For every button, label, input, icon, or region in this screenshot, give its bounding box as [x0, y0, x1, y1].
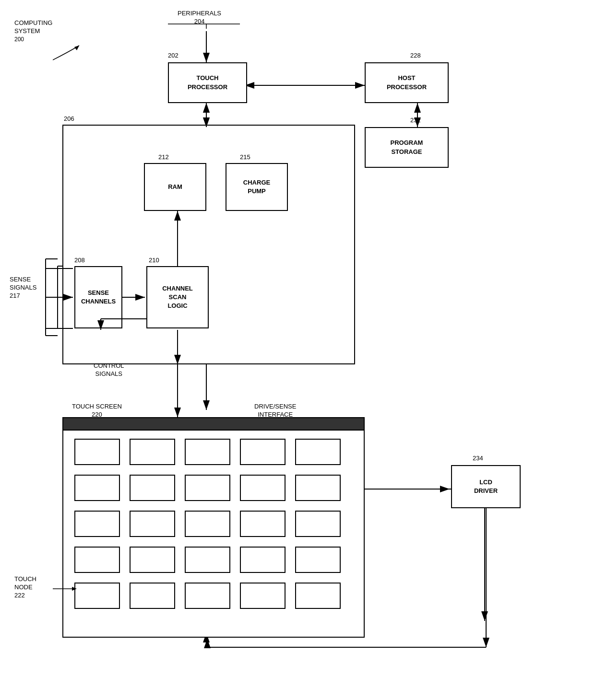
grid-cell-r4c4: [240, 547, 286, 573]
grid-cell-r3c5: [295, 511, 341, 537]
grid-cell-r3c3: [185, 511, 230, 537]
control-signals-label: CONTROL SIGNALS: [94, 362, 124, 378]
grid-cell-r3c4: [240, 511, 286, 537]
grid-cell-r2c4: [240, 475, 286, 501]
program-storage-box: PROGRAM STORAGE: [365, 127, 449, 168]
peripherals-label: PERIPHERALS 204: [178, 10, 221, 26]
program-storage-num: 232: [410, 117, 421, 125]
grid-cell-r1c2: [130, 439, 175, 465]
host-processor-box: HOST PROCESSOR: [365, 62, 449, 103]
lcd-driver-box: LCD DRIVER: [451, 465, 521, 508]
diagram: COMPUTING SYSTEM 200 PERIPHERALS 204 TOU…: [0, 0, 595, 700]
svg-marker-25: [72, 587, 77, 591]
charge-pump-num: 215: [240, 153, 250, 162]
grid-cell-r1c3: [185, 439, 230, 465]
grid-cell-r5c1: [74, 583, 120, 609]
ram-box: RAM: [144, 163, 206, 211]
touch-screen-top-bar: [62, 417, 365, 431]
grid-cell-r1c5: [295, 439, 341, 465]
sense-signals-label: SENSE SIGNALS 217: [10, 276, 36, 300]
grid-cell-r5c4: [240, 583, 286, 609]
computing-system-arrow: [53, 43, 82, 62]
grid-cell-r2c1: [74, 475, 120, 501]
grid-cell-r3c1: [74, 511, 120, 537]
touch-node-label: TOUCH NODE 222: [14, 575, 36, 600]
outer-box: [62, 125, 355, 364]
grid-cell-r2c3: [185, 475, 230, 501]
svg-marker-23: [74, 46, 79, 50]
touch-processor-box: TOUCH PROCESSOR: [168, 62, 247, 103]
grid-cell-r2c5: [295, 475, 341, 501]
channel-scan-logic-num: 210: [149, 257, 159, 265]
grid-cell-r2c2: [130, 475, 175, 501]
grid-cell-r1c4: [240, 439, 286, 465]
grid-cell-r5c5: [295, 583, 341, 609]
grid-cell-r1c1: [74, 439, 120, 465]
touch-screen-label: TOUCH SCREEN 220: [72, 403, 122, 419]
touch-processor-num: 202: [168, 52, 178, 60]
charge-pump-box: CHARGE PUMP: [226, 163, 288, 211]
ram-num: 212: [158, 153, 169, 162]
host-processor-num: 228: [410, 52, 421, 60]
sense-channels-num: 208: [74, 257, 85, 265]
lcd-driver-num: 234: [473, 455, 483, 463]
grid-cell-r4c5: [295, 547, 341, 573]
grid-cell-r5c2: [130, 583, 175, 609]
channel-scan-logic-box: CHANNEL SCAN LOGIC: [146, 266, 209, 328]
computing-system-label: COMPUTING SYSTEM 200: [14, 19, 52, 44]
grid-cell-r4c2: [130, 547, 175, 573]
touch-node-arrow: [53, 584, 77, 594]
outer-box-num: 206: [64, 115, 74, 123]
grid-cell-r5c3: [185, 583, 230, 609]
grid-cell-r3c2: [130, 511, 175, 537]
grid-cell-r4c1: [74, 547, 120, 573]
grid-cell-r4c3: [185, 547, 230, 573]
sense-channels-box: SENSE CHANNELS: [74, 266, 122, 328]
